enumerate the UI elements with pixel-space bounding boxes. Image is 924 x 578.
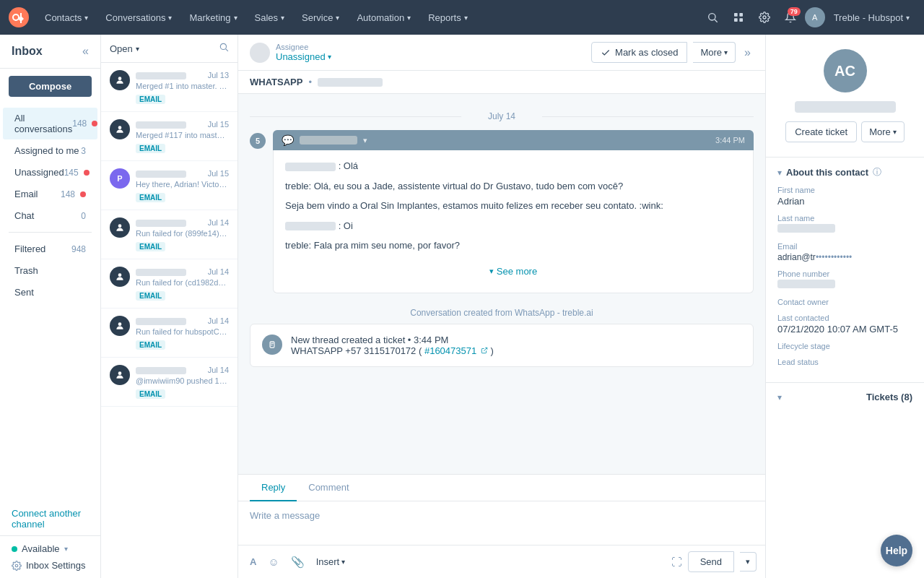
see-more-link[interactable]: ▾ See more (285, 259, 741, 285)
send-button[interactable]: Send (688, 551, 734, 572)
email-badge: EMAIL (136, 340, 165, 350)
conv-messages: July 14 5 💬 ▾ 3:44 PM (238, 94, 765, 474)
assignee-avatar-icon (250, 43, 270, 63)
nav-service[interactable]: Service▾ (295, 8, 346, 27)
field-owner: Contact owner (777, 298, 912, 306)
text-format-btn[interactable]: A (247, 553, 259, 570)
ticket-icon (262, 335, 282, 355)
user-avatar[interactable]: A (805, 7, 825, 27)
attach-btn[interactable]: 📎 (288, 553, 308, 571)
settings-icon-btn[interactable] (753, 6, 776, 29)
sidebar-item-unassigned[interactable]: Unassigned 145 (3, 162, 97, 183)
conv-content: Jul 14 @imwiwiim90 pushed 1 comm... EMAI… (136, 365, 229, 399)
contact-more-button[interactable]: More ▾ (861, 121, 905, 142)
sidebar-item-trash[interactable]: Trash (3, 260, 97, 281)
nav-sales[interactable]: Sales▾ (248, 8, 292, 27)
conv-name (136, 365, 186, 375)
nav-contacts[interactable]: Contacts▾ (38, 8, 95, 27)
conversation-main: Assignee Unassigned ▾ Mark as closed Mor… (238, 35, 765, 578)
connect-channel-link[interactable]: Connect another channel (0, 502, 100, 535)
emoji-btn[interactable]: ☺ (265, 553, 282, 571)
svg-point-1 (708, 14, 715, 20)
sidebar-title: Inbox (12, 45, 43, 58)
conv-content: Jul 15 Merged #117 into master. -- Yo...… (136, 119, 229, 153)
list-item[interactable]: Jul 14 Run failed for hubspotContacts...… (101, 309, 237, 358)
section-header[interactable]: ▾ About this contact ⓘ (777, 166, 912, 178)
help-button[interactable]: Help (881, 535, 912, 566)
email-badge: EMAIL (136, 193, 165, 202)
create-ticket-button[interactable]: Create ticket (785, 121, 857, 142)
tab-reply[interactable]: Reply (250, 475, 297, 501)
conv-name (136, 267, 186, 277)
field-label: Last name (777, 214, 912, 223)
reply-input[interactable]: Write a message (238, 501, 765, 545)
conv-filter-btn[interactable]: Open ▾ (110, 43, 139, 54)
expand-panel-btn[interactable]: » (741, 43, 754, 62)
field-value-blurred (777, 280, 835, 288)
hubspot-logo[interactable] (9, 7, 29, 27)
field-label: Contact owner (777, 298, 912, 306)
nav-automation[interactable]: Automation▾ (349, 8, 418, 27)
user-menu[interactable]: Treble - Hubspot▾ (828, 9, 915, 26)
sidebar-item-dot (80, 191, 86, 197)
mark-closed-button[interactable]: Mark as closed (591, 42, 687, 63)
fullscreen-btn[interactable]: ⛶ (671, 556, 682, 568)
sidebar-item-sent[interactable]: Sent (3, 282, 97, 303)
sidebar: Inbox « Compose All conversations 148 As… (0, 35, 101, 578)
conv-time: Jul 14 (208, 316, 229, 325)
nav-conversations[interactable]: Conversations▾ (98, 8, 179, 27)
tickets-title: Tickets (8) (866, 392, 912, 402)
send-dropdown-btn[interactable]: ▾ (740, 552, 757, 571)
nav-reports[interactable]: Reports▾ (421, 8, 475, 27)
message-line: treble: Olá, eu sou a Jade, assistente v… (285, 179, 741, 194)
svg-point-11 (118, 77, 122, 80)
message-number: 5 (250, 133, 266, 149)
field-label: Phone number (777, 269, 912, 278)
notif-badge: 79 (788, 7, 801, 16)
field-label: Email (777, 242, 912, 251)
compose-button[interactable]: Compose (9, 76, 92, 97)
nav-marketing[interactable]: Marketing▾ (182, 8, 244, 27)
sidebar-item-dot (92, 121, 97, 126)
conv-list-header: Open ▾ (101, 35, 237, 63)
sidebar-collapse-btn[interactable]: « (82, 45, 89, 58)
search-icon-btn[interactable] (701, 6, 724, 29)
sender-name-blurred (285, 163, 336, 171)
sidebar-item-count: 148 (72, 118, 87, 129)
inbox-settings-link[interactable]: Inbox Settings (12, 560, 89, 571)
channel-name: WHATSAPP (250, 77, 302, 87)
list-item[interactable]: Jul 13 Merged #1 into master. -- You ...… (101, 63, 237, 112)
conv-search-btn[interactable] (219, 42, 229, 55)
list-item[interactable]: P Jul 15 Hey there, Adrian! Victor Lee j… (101, 161, 237, 210)
sidebar-item-count: 148 (61, 189, 75, 199)
grid-icon-btn[interactable] (727, 6, 750, 29)
sidebar-item-all-conversations[interactable]: All conversations 148 (3, 108, 97, 139)
svg-point-9 (220, 43, 226, 49)
field-last-contacted: Last contacted 07/21/2020 10:07 AM GMT-5 (777, 314, 912, 335)
info-help-icon[interactable]: ⓘ (873, 166, 881, 178)
sidebar-item-filtered[interactable]: Filtered 948 (3, 238, 97, 259)
sidebar-item-label: Unassigned (14, 167, 64, 178)
list-item[interactable]: Jul 14 @imwiwiim90 pushed 1 comm... EMAI… (101, 358, 237, 407)
list-item[interactable]: Jul 14 Run failed for (cd1982d) Repos...… (101, 259, 237, 309)
sidebar-item-chat[interactable]: Chat 0 (3, 205, 97, 226)
tickets-header[interactable]: ▾ Tickets (8) (777, 392, 912, 402)
user-status[interactable]: Available ▾ (12, 543, 89, 554)
field-value: 07/21/2020 10:07 AM GMT-5 (777, 324, 912, 335)
more-dropdown-button[interactable]: More ▾ (693, 42, 736, 63)
list-item[interactable]: Jul 15 Merged #117 into master. -- Yo...… (101, 112, 237, 161)
svg-rect-5 (734, 18, 738, 22)
avatar (110, 365, 130, 385)
assignee-value-btn[interactable]: Unassigned ▾ (276, 51, 331, 62)
list-item[interactable]: Jul 14 Run failed for (899fe14) Repos...… (101, 210, 237, 259)
tab-comment[interactable]: Comment (297, 475, 360, 501)
notifications-icon-btn[interactable]: 79 (779, 6, 802, 29)
sidebar-item-assigned[interactable]: Assigned to me 3 (3, 140, 97, 161)
insert-btn[interactable]: Insert ▾ (313, 553, 349, 570)
conv-items: Jul 13 Merged #1 into master. -- You ...… (101, 63, 237, 578)
contact-overview: AC Create ticket More ▾ (766, 35, 924, 158)
svg-line-19 (484, 348, 487, 351)
ticket-link[interactable]: #160473571 (424, 345, 491, 356)
conv-preview: Run failed for (cd1982d) Repos... (136, 278, 229, 287)
sidebar-item-email[interactable]: Email 148 (3, 184, 97, 204)
